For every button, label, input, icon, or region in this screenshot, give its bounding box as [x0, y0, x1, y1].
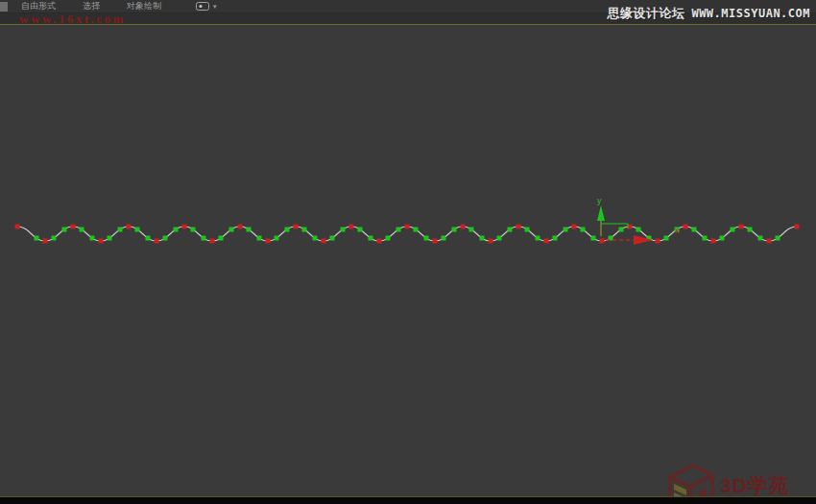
watermark-forum-name: 思缘设计论坛 — [607, 6, 684, 20]
spline-wave[interactable] — [15, 225, 800, 244]
bezier-handle[interactable] — [703, 236, 708, 241]
spline-vertex[interactable] — [433, 239, 438, 244]
bezier-handle[interactable] — [202, 236, 206, 241]
spline-vertex[interactable] — [795, 225, 800, 229]
spline-vertex[interactable] — [322, 239, 326, 244]
bezier-handle[interactable] — [135, 228, 140, 232]
bezier-handle[interactable] — [369, 236, 373, 241]
bezier-handle[interactable] — [146, 236, 151, 241]
bezier-handle[interactable] — [229, 228, 234, 232]
spline-vertex[interactable] — [600, 239, 605, 244]
tab-freeform[interactable]: 自由形式 — [21, 0, 56, 12]
bezier-handle[interactable] — [191, 228, 196, 232]
spline-vertex[interactable] — [656, 239, 660, 244]
spline-vertex[interactable] — [461, 225, 466, 229]
bezier-handle[interactable] — [591, 236, 596, 241]
bezier-handle[interactable] — [396, 228, 401, 232]
bezier-handle[interactable] — [536, 236, 540, 241]
spline-vertex[interactable] — [377, 239, 382, 244]
spline-vertex[interactable] — [155, 239, 159, 244]
bezier-handle[interactable] — [664, 236, 669, 241]
tab-selection[interactable]: 选择 — [83, 0, 100, 12]
spline-vertex[interactable] — [266, 239, 271, 244]
gizmo-y-arrowhead[interactable] — [597, 205, 605, 221]
bezier-handle[interactable] — [108, 236, 112, 241]
bezier-handle[interactable] — [257, 236, 262, 241]
bezier-handle[interactable] — [776, 236, 780, 241]
bezier-handle[interactable] — [480, 236, 485, 241]
spline-vertex[interactable] — [15, 225, 20, 229]
bezier-handle[interactable] — [619, 228, 624, 232]
bezier-handle[interactable] — [35, 236, 39, 241]
spline-vertex[interactable] — [767, 239, 772, 244]
bezier-handle[interactable] — [52, 236, 57, 241]
bezier-handle[interactable] — [219, 236, 224, 241]
spline-vertex[interactable] — [99, 239, 104, 244]
bezier-handle[interactable] — [508, 228, 513, 232]
tab-object-paint[interactable]: 对象绘制 — [127, 0, 161, 12]
bezier-handle[interactable] — [285, 228, 290, 232]
bezier-handle[interactable] — [525, 228, 530, 232]
chevron-down-icon[interactable]: ▾ — [213, 0, 217, 12]
spline-vertex[interactable] — [71, 225, 76, 229]
bezier-handle[interactable] — [469, 228, 474, 232]
bezier-handle[interactable] — [581, 228, 586, 232]
bezier-handle[interactable] — [692, 228, 697, 232]
spline-vertex[interactable] — [489, 239, 493, 244]
bezier-handle[interactable] — [636, 228, 641, 232]
spline-vertex[interactable] — [684, 225, 688, 229]
bezier-handle[interactable] — [62, 228, 67, 232]
spline-vertex[interactable] — [349, 225, 354, 229]
spline-vertex[interactable] — [182, 225, 187, 229]
bezier-handle[interactable] — [748, 228, 753, 232]
spline-vertex[interactable] — [544, 239, 549, 244]
camera-icon[interactable] — [196, 2, 209, 11]
spline-vertex[interactable] — [516, 225, 521, 229]
bezier-handle[interactable] — [330, 236, 335, 241]
bezier-handle[interactable] — [275, 236, 279, 241]
bezier-handle[interactable] — [80, 228, 84, 232]
bezier-handle[interactable] — [247, 228, 252, 232]
spline-vertex[interactable] — [127, 225, 132, 229]
gizmo-y-label: y — [597, 196, 602, 205]
bezier-handle[interactable] — [414, 228, 419, 232]
gizmo-x-label: x — [675, 226, 680, 235]
bezier-handle[interactable] — [386, 236, 391, 241]
bezier-handle[interactable] — [442, 236, 446, 241]
bezier-handle[interactable] — [497, 236, 502, 241]
bezier-handle[interactable] — [758, 236, 763, 241]
bezier-handle[interactable] — [118, 228, 123, 232]
bezier-handle[interactable] — [452, 228, 457, 232]
brand-name: 3D学苑 — [720, 472, 790, 499]
spline-vertex[interactable] — [238, 225, 243, 229]
spline-vertex[interactable] — [405, 225, 410, 229]
bezier-handle[interactable] — [163, 236, 168, 241]
spline-vertex[interactable] — [711, 239, 716, 244]
bezier-handle[interactable] — [424, 236, 429, 241]
bezier-handle[interactable] — [731, 228, 735, 232]
viewport-border-top — [0, 24, 816, 25]
bezier-handle[interactable] — [720, 236, 725, 241]
spline-vertex[interactable] — [294, 225, 299, 229]
panel-corner-chip[interactable] — [0, 2, 8, 12]
bezier-handle[interactable] — [358, 228, 363, 232]
spline-vertex[interactable] — [739, 225, 744, 229]
viewport-canvas[interactable]: y x 3D学苑 — [0, 25, 816, 496]
bezier-handle[interactable] — [564, 228, 568, 232]
watermark-forum-url: WWW.MISSYUAN.COM — [691, 7, 810, 20]
bezier-handle[interactable] — [302, 228, 307, 232]
scene-svg[interactable]: y x — [0, 25, 816, 496]
watermark-top-right: 思缘设计论坛WWW.MISSYUAN.COM — [607, 5, 810, 22]
bezier-handle[interactable] — [90, 236, 95, 241]
bezier-handle[interactable] — [313, 236, 318, 241]
spline-vertex[interactable] — [572, 225, 577, 229]
window-bottom-strip — [0, 497, 816, 504]
bezier-handle[interactable] — [341, 228, 346, 232]
bezier-handle[interactable] — [553, 236, 558, 241]
bezier-handle[interactable] — [174, 228, 179, 232]
spline-vertex[interactable] — [43, 239, 48, 244]
spline-vertex[interactable] — [210, 239, 215, 244]
